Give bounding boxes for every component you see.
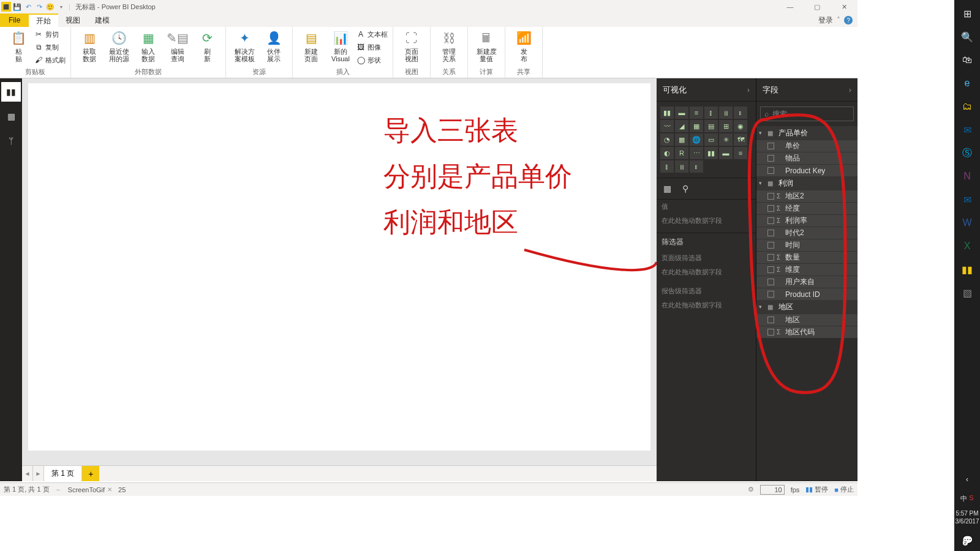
viz-type-icon[interactable]: ◔: [660, 133, 674, 146]
outlook1-icon[interactable]: ✉: [956, 119, 979, 141]
field-checkbox[interactable]: [767, 143, 774, 149]
stop-button[interactable]: ■停止: [834, 485, 854, 494]
text-box-button[interactable]: A文本框: [356, 28, 388, 40]
onenote-icon[interactable]: N: [956, 165, 979, 187]
search-icon[interactable]: 🔍: [956, 26, 979, 48]
shapes-button[interactable]: ◯形状: [356, 54, 388, 66]
values-drop-zone[interactable]: 在此处拖动数据字段: [657, 214, 756, 233]
field-item[interactable]: Σ利润率: [756, 214, 858, 227]
viz-type-icon[interactable]: ⫾: [734, 107, 747, 119]
fields-header[interactable]: 字段 ›: [756, 78, 858, 102]
viz-type-icon[interactable]: ≡: [734, 147, 747, 159]
field-checkbox[interactable]: [767, 205, 774, 212]
field-checkbox[interactable]: [767, 266, 774, 273]
visualizations-header[interactable]: 可视化 ›: [657, 78, 756, 102]
viz-type-icon[interactable]: R: [675, 147, 688, 159]
viz-type-icon[interactable]: ≡: [690, 107, 703, 119]
ie-icon[interactable]: e: [956, 72, 979, 94]
field-checkbox[interactable]: [767, 317, 774, 323]
field-item[interactable]: 物品: [756, 152, 858, 164]
field-table-header[interactable]: ▾▦利润: [756, 176, 858, 190]
help-icon[interactable]: ?: [844, 16, 853, 24]
tab-view[interactable]: 视图: [58, 13, 88, 27]
viz-type-icon[interactable]: ⋯: [690, 147, 703, 159]
field-item[interactable]: 地区: [756, 313, 858, 326]
signin-link[interactable]: 登录: [818, 15, 833, 26]
new-visual-button[interactable]: 📊新的 Visual: [327, 28, 354, 62]
viz-type-icon[interactable]: ▮▮: [704, 147, 718, 159]
solution-templates-button[interactable]: ✦解决方 案模板: [231, 28, 258, 62]
page-view-button[interactable]: ⛶页面 视图: [398, 28, 425, 62]
gear-icon[interactable]: ⚙: [748, 485, 754, 493]
field-checkbox[interactable]: [767, 155, 774, 162]
new-measure-button[interactable]: 🖩新建度 量值: [473, 28, 500, 62]
fields-search[interactable]: ⌕ 搜索: [760, 107, 854, 121]
viz-type-icon[interactable]: ⫿: [660, 160, 674, 173]
visio-icon[interactable]: ▧: [956, 282, 979, 304]
undo-icon[interactable]: ↶: [23, 2, 33, 12]
file-tab[interactable]: File: [0, 13, 29, 27]
store-icon[interactable]: 🛍: [956, 49, 979, 71]
word-icon[interactable]: W: [956, 212, 979, 234]
enter-data-button[interactable]: ▦输入 数据: [135, 28, 162, 62]
start-icon[interactable]: ⊞: [956, 2, 979, 24]
field-item[interactable]: Σ地区代码: [756, 326, 858, 338]
face-icon[interactable]: 🙂: [45, 2, 55, 12]
field-item[interactable]: 单价: [756, 140, 858, 152]
field-item[interactable]: 用户来自: [756, 276, 858, 288]
chevron-up-icon[interactable]: ‹: [956, 468, 979, 490]
new-page-button[interactable]: ▤新建 页面: [298, 28, 325, 62]
page-filters-drop-zone[interactable]: 在此处拖动数据字段: [657, 265, 756, 284]
report-filters-drop-zone[interactable]: 在此处拖动数据字段: [657, 298, 756, 317]
edit-queries-button[interactable]: ✎▤编辑 查询: [164, 28, 191, 62]
field-item[interactable]: Σ维度: [756, 263, 858, 276]
page-prev-button[interactable]: ◄: [22, 466, 33, 481]
field-checkbox[interactable]: [767, 279, 774, 285]
tab-modeling[interactable]: 建模: [88, 13, 117, 27]
report-canvas[interactable]: 导入三张表 分别是产品单价 利润和地区: [28, 83, 650, 451]
format-roller-icon[interactable]: ⚲: [679, 182, 692, 195]
field-checkbox[interactable]: [767, 242, 774, 249]
image-button[interactable]: 🖼图像: [356, 41, 388, 53]
field-item[interactable]: 时代2: [756, 227, 858, 239]
fps-input[interactable]: 10: [760, 485, 785, 495]
viz-type-icon[interactable]: ▤: [704, 120, 718, 132]
data-view-button[interactable]: ▦: [1, 107, 21, 126]
field-item[interactable]: Σ经度: [756, 202, 858, 214]
viz-type-icon[interactable]: ▮▮: [660, 107, 674, 119]
field-item[interactable]: 时间: [756, 239, 858, 251]
viz-type-icon[interactable]: ⫾: [690, 160, 703, 173]
page-tab-1[interactable]: 第 1 页: [44, 466, 82, 481]
viz-type-icon[interactable]: ⫼: [675, 160, 688, 173]
manage-relationships-button[interactable]: ⛓管理 关系: [435, 28, 462, 62]
viz-type-icon[interactable]: 🗺: [734, 133, 747, 146]
tab-home[interactable]: 开始: [29, 13, 58, 27]
viz-type-icon[interactable]: 🌐: [690, 133, 703, 146]
field-checkbox[interactable]: [767, 167, 774, 174]
field-checkbox[interactable]: [767, 193, 774, 200]
field-table-header[interactable]: ▾▦产品单价: [756, 126, 858, 140]
skype-icon[interactable]: Ⓢ: [956, 142, 979, 164]
excel-icon[interactable]: X: [956, 235, 979, 257]
viz-type-icon[interactable]: 〰: [660, 120, 674, 132]
viz-type-icon[interactable]: ⫿: [704, 107, 718, 119]
close-button[interactable]: ✕: [831, 0, 858, 13]
field-item[interactable]: Product ID: [756, 288, 858, 300]
viz-type-icon[interactable]: ▭: [704, 133, 718, 146]
field-checkbox[interactable]: [767, 254, 774, 261]
viz-type-icon[interactable]: ▦: [690, 120, 703, 132]
viz-type-icon[interactable]: ⫼: [719, 107, 733, 119]
field-checkbox[interactable]: [767, 291, 774, 298]
partner-showcase-button[interactable]: 👤伙伴 展示: [260, 28, 287, 62]
format-painter-button[interactable]: 🖌格式刷: [34, 54, 66, 66]
viz-type-icon[interactable]: ▬: [675, 107, 688, 119]
get-data-button[interactable]: ▥获取 数据: [76, 28, 103, 62]
taskbar-clock[interactable]: 5:57 PM 3/6/2017: [956, 507, 979, 528]
recent-sources-button[interactable]: 🕓最近使 用的源: [105, 28, 132, 62]
field-item[interactable]: Σ数量: [756, 251, 858, 263]
page-next-button[interactable]: ►: [33, 466, 44, 481]
cut-button[interactable]: ✂剪切: [34, 28, 66, 40]
notifications-icon[interactable]: 💬2: [956, 529, 979, 551]
field-checkbox[interactable]: [767, 329, 774, 335]
viz-type-icon[interactable]: ◉: [734, 120, 747, 132]
